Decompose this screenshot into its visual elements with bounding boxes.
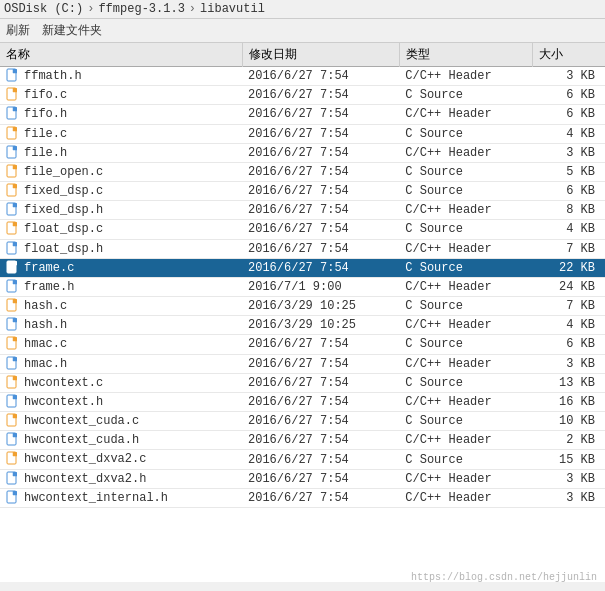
table-row[interactable]: float_dsp.c2016/6/27 7:54C Source4 KB (0, 220, 605, 239)
table-row[interactable]: hwcontext_internal.h2016/6/27 7:54C/C++ … (0, 488, 605, 507)
file-size: 15 KB (532, 450, 605, 469)
file-name: hash.c (0, 297, 242, 316)
file-date: 2016/6/27 7:54 (242, 373, 399, 392)
table-row[interactable]: file.h2016/6/27 7:54C/C++ Header3 KB (0, 143, 605, 162)
table-row[interactable]: hwcontext_dxva2.c2016/6/27 7:54C Source1… (0, 450, 605, 469)
toolbar-refresh[interactable]: 刷新 (6, 22, 30, 39)
file-type: C/C++ Header (399, 105, 532, 124)
file-icon (6, 317, 20, 331)
file-name: hwcontext.c (0, 373, 242, 392)
file-name: file_open.c (0, 162, 242, 181)
table-row[interactable]: hwcontext_cuda.h2016/6/27 7:54C/C++ Head… (0, 431, 605, 450)
file-name: hwcontext_internal.h (0, 488, 242, 507)
table-row[interactable]: frame.c2016/6/27 7:54C Source22 KB (0, 258, 605, 277)
table-row[interactable]: hmac.h2016/6/27 7:54C/C++ Header3 KB (0, 354, 605, 373)
svg-rect-17 (13, 222, 17, 226)
table-row[interactable]: hmac.c2016/6/27 7:54C Source6 KB (0, 335, 605, 354)
path-part-3[interactable]: libavutil (200, 2, 265, 16)
file-name: frame.h (0, 277, 242, 296)
file-icon (6, 413, 20, 427)
file-icon (6, 298, 20, 312)
file-size: 10 KB (532, 412, 605, 431)
file-date: 2016/6/27 7:54 (242, 239, 399, 258)
table-row[interactable]: float_dsp.h2016/6/27 7:54C/C++ Header7 K… (0, 239, 605, 258)
file-date: 2016/6/27 7:54 (242, 392, 399, 411)
table-row[interactable]: frame.h2016/7/1 9:00C/C++ Header24 KB (0, 277, 605, 296)
file-name: ffmath.h (0, 67, 242, 86)
file-icon (6, 394, 20, 408)
file-icon (6, 87, 20, 101)
file-name: hwcontext.h (0, 392, 242, 411)
file-icon (6, 68, 20, 82)
path-part-2[interactable]: ffmpeg-3.1.3 (98, 2, 184, 16)
table-row[interactable]: fixed_dsp.c2016/6/27 7:54C Source6 KB (0, 182, 605, 201)
file-size: 7 KB (532, 239, 605, 258)
svg-rect-1 (13, 69, 17, 73)
header-name[interactable]: 名称 (0, 43, 242, 67)
svg-rect-45 (13, 491, 17, 495)
header-date[interactable]: 修改日期 (242, 43, 399, 67)
file-date: 2016/7/1 9:00 (242, 277, 399, 296)
toolbar-new-folder[interactable]: 新建文件夹 (42, 22, 102, 39)
header-size[interactable]: 大小 (532, 43, 605, 67)
file-size: 13 KB (532, 373, 605, 392)
table-row[interactable]: fifo.h2016/6/27 7:54C/C++ Header6 KB (0, 105, 605, 124)
header-type[interactable]: 类型 (399, 43, 532, 67)
table-row[interactable]: hash.h2016/3/29 10:25C/C++ Header4 KB (0, 316, 605, 335)
separator-1: › (87, 2, 94, 16)
table-row[interactable]: hwcontext.h2016/6/27 7:54C/C++ Header16 … (0, 392, 605, 411)
file-size: 3 KB (532, 143, 605, 162)
svg-rect-19 (13, 242, 17, 246)
file-name: hwcontext_cuda.h (0, 431, 242, 450)
table-row[interactable]: fifo.c2016/6/27 7:54C Source6 KB (0, 86, 605, 105)
file-date: 2016/6/27 7:54 (242, 67, 399, 86)
table-row[interactable]: hwcontext_dxva2.h2016/6/27 7:54C/C++ Hea… (0, 469, 605, 488)
file-type: C Source (399, 162, 532, 181)
table-row[interactable]: hwcontext_cuda.c2016/6/27 7:54C Source10… (0, 412, 605, 431)
table-row[interactable]: hash.c2016/3/29 10:25C Source7 KB (0, 297, 605, 316)
file-name: hash.h (0, 316, 242, 335)
file-date: 2016/6/27 7:54 (242, 450, 399, 469)
table-row[interactable]: file_open.c2016/6/27 7:54C Source5 KB (0, 162, 605, 181)
file-type: C Source (399, 373, 532, 392)
title-bar: OSDisk (C:) › ffmpeg-3.1.3 › libavutil (0, 0, 605, 19)
file-size: 8 KB (532, 201, 605, 220)
svg-rect-9 (13, 146, 17, 150)
file-date: 2016/6/27 7:54 (242, 488, 399, 507)
file-icon (6, 375, 20, 389)
file-type: C/C++ Header (399, 316, 532, 335)
file-type: C/C++ Header (399, 354, 532, 373)
table-row[interactable]: fixed_dsp.h2016/6/27 7:54C/C++ Header8 K… (0, 201, 605, 220)
table-row[interactable]: file.c2016/6/27 7:54C Source4 KB (0, 124, 605, 143)
file-type: C Source (399, 412, 532, 431)
file-type: C/C++ Header (399, 143, 532, 162)
file-size: 3 KB (532, 488, 605, 507)
file-date: 2016/3/29 10:25 (242, 297, 399, 316)
file-size: 6 KB (532, 105, 605, 124)
svg-rect-41 (13, 452, 17, 456)
file-name: hwcontext_cuda.c (0, 412, 242, 431)
table-row[interactable]: hwcontext.c2016/6/27 7:54C Source13 KB (0, 373, 605, 392)
file-type: C/C++ Header (399, 277, 532, 296)
path-part-1[interactable]: OSDisk (C:) (4, 2, 83, 16)
file-name: float_dsp.h (0, 239, 242, 258)
file-date: 2016/6/27 7:54 (242, 335, 399, 354)
file-type: C Source (399, 86, 532, 105)
table-header-row: 名称 修改日期 类型 大小 (0, 43, 605, 67)
file-size: 24 KB (532, 277, 605, 296)
file-name: frame.c (0, 258, 242, 277)
file-size: 6 KB (532, 335, 605, 354)
file-name: fifo.c (0, 86, 242, 105)
file-date: 2016/6/27 7:54 (242, 431, 399, 450)
table-row[interactable]: ffmath.h2016/6/27 7:54C/C++ Header3 KB (0, 67, 605, 86)
svg-rect-13 (13, 184, 17, 188)
file-name: file.c (0, 124, 242, 143)
file-type: C/C++ Header (399, 239, 532, 258)
svg-rect-27 (13, 318, 17, 322)
file-date: 2016/3/29 10:25 (242, 316, 399, 335)
file-date: 2016/6/27 7:54 (242, 412, 399, 431)
file-icon (6, 260, 20, 274)
file-name: fifo.h (0, 105, 242, 124)
file-icon (6, 490, 20, 504)
file-type: C/C++ Header (399, 201, 532, 220)
